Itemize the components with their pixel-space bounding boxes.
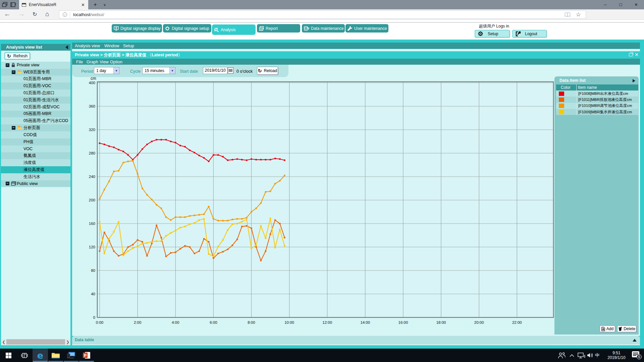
tree-item-01页面用-MBR[interactable]: 01页面用-MBR bbox=[1, 76, 70, 83]
volume-icon[interactable] bbox=[587, 353, 594, 358]
start-date-input[interactable]: 2019/01/10 bbox=[203, 67, 227, 74]
menu-file[interactable]: File bbox=[76, 60, 83, 64]
setup-button[interactable]: Setup bbox=[475, 30, 510, 38]
reload-page-icon[interactable]: ↻ bbox=[33, 11, 37, 17]
item-color-swatch bbox=[559, 104, 564, 108]
data-item-row[interactable]: [F1010]MBR调节池液位高度cm bbox=[556, 103, 638, 109]
back-icon[interactable]: ← bbox=[4, 10, 10, 18]
taskbar-explorer-button[interactable] bbox=[48, 349, 63, 362]
period-dropdown-arrow: ▼ bbox=[113, 67, 119, 74]
menu-window[interactable]: Window bbox=[104, 44, 119, 48]
tree-item-Public view[interactable]: −Public view bbox=[1, 180, 70, 187]
scroll-left-arrow[interactable]: ❮ bbox=[1, 339, 6, 345]
tree-item-PH值[interactable]: PH值 bbox=[1, 138, 70, 145]
windows-preview-icon[interactable] bbox=[2, 2, 7, 7]
calendar-icon[interactable] bbox=[228, 67, 233, 74]
setup-icon bbox=[165, 26, 170, 31]
cycle-select[interactable]: 15 minutes ▼ bbox=[142, 67, 175, 74]
tree-item-05画面用-生产污水COD[interactable]: 05画面用-生产污水COD bbox=[1, 117, 70, 124]
data-item-row[interactable]: [F1008]MBR出水液位高度cm bbox=[556, 90, 638, 97]
taskbar-rdp-button[interactable] bbox=[63, 349, 79, 362]
new-tab-button[interactable]: + bbox=[91, 0, 100, 9]
tab-close-icon[interactable]: ✕ bbox=[80, 2, 86, 7]
tree-item-WEB页面专用[interactable]: −WEB页面专用 bbox=[1, 69, 70, 76]
address-bar[interactable]: i localhost /webui/ ☆ bbox=[59, 10, 586, 19]
sidebar-scrollbar-thumb[interactable] bbox=[6, 339, 65, 345]
close-view-icon[interactable]: ✕ bbox=[635, 52, 639, 57]
menu-option[interactable]: Option bbox=[110, 60, 122, 64]
tree-item-02页面用-成型VOC[interactable]: 02页面用-成型VOC bbox=[1, 104, 70, 111]
window-menubar: Analysis view Window Setup bbox=[72, 43, 640, 49]
site-info-icon[interactable]: i bbox=[63, 12, 67, 17]
tree-expand-box[interactable]: − bbox=[12, 70, 15, 74]
tree-item-分析页面[interactable]: −分析页面 bbox=[1, 124, 70, 131]
tree-item-01页面用-VOC[interactable]: 01页面用-VOC bbox=[1, 82, 70, 89]
add-button[interactable]: Add bbox=[600, 325, 615, 332]
forward-icon[interactable]: → bbox=[18, 10, 25, 18]
tab-list-chevron[interactable]: ∨ bbox=[101, 0, 109, 9]
tree-item-VOC[interactable]: VOC bbox=[1, 145, 70, 153]
menu-analysis-view[interactable]: Analysis view bbox=[75, 44, 100, 48]
tree-expand-box[interactable]: − bbox=[12, 126, 15, 130]
cycle-label: Cycle bbox=[130, 69, 141, 74]
data-item-row[interactable]: [F1009]MBR集水井液位高度cm bbox=[556, 109, 638, 115]
nav-tab-digital-signage-setup[interactable]: Digital signage setup bbox=[163, 24, 211, 33]
svg-text:320: 320 bbox=[89, 128, 95, 132]
scroll-right-arrow[interactable]: ❯ bbox=[65, 339, 70, 345]
tree-item-液位高度值[interactable]: 液位高度值 bbox=[1, 166, 70, 173]
reload-button[interactable]: ↻ Reload bbox=[257, 67, 278, 75]
nav-tab-report[interactable]: Report bbox=[257, 24, 300, 33]
tree-expand-box[interactable]: − bbox=[6, 182, 9, 185]
reading-list-icon[interactable] bbox=[565, 12, 571, 17]
tree-item-浊度值[interactable]: 浊度值 bbox=[1, 159, 70, 166]
nav-tab-digital-signage-display[interactable]: Digital signage display bbox=[112, 24, 162, 33]
window-maximize-button[interactable]: ☐ bbox=[613, 0, 628, 9]
menu-setup[interactable]: Setup bbox=[123, 44, 134, 48]
panel-expand-icon[interactable] bbox=[633, 79, 635, 82]
browser-tab[interactable]: EnerVisualizeR ✕ bbox=[19, 0, 88, 9]
menu-view[interactable]: View bbox=[100, 60, 109, 64]
start-button[interactable] bbox=[1, 349, 16, 362]
folder-icon bbox=[17, 125, 22, 130]
sidebar-collapse-icon[interactable] bbox=[65, 45, 68, 49]
svg-text:120: 120 bbox=[89, 245, 95, 249]
favorite-star-icon[interactable]: ☆ bbox=[576, 13, 581, 16]
data-item-row[interactable]: [F1011]MBR排放池液位高度cm bbox=[556, 97, 638, 103]
ime-indicator[interactable]: 中 bbox=[595, 352, 600, 358]
task-view-button[interactable] bbox=[17, 349, 32, 362]
nav-tab-user-maintenance[interactable]: User maintenance bbox=[345, 24, 388, 33]
hidden-icons-chevron[interactable] bbox=[570, 354, 574, 357]
tree-item-COD值[interactable]: COD值 bbox=[1, 131, 70, 138]
tree-item-生活污水[interactable]: 生活污水 bbox=[1, 173, 70, 180]
taskbar-edge-button[interactable]: e bbox=[33, 349, 48, 362]
set-tabs-aside-icon[interactable] bbox=[10, 2, 16, 7]
data-item-table: [F1008]MBR出水液位高度cm[F1011]MBR排放池液位高度cm[F1… bbox=[556, 90, 638, 115]
taskbar-clock[interactable]: 9:51 2019/1/10 bbox=[603, 351, 630, 360]
period-select[interactable]: 1 day ▼ bbox=[94, 67, 119, 74]
item-name: [F1011]MBR排放池液位高度cm bbox=[578, 97, 632, 102]
tree-item-Private view[interactable]: −Private view bbox=[1, 62, 70, 69]
window-minimize-button[interactable]: ─ bbox=[598, 0, 613, 9]
data-table-bar[interactable]: Data table bbox=[72, 336, 640, 345]
tree-item-01页面用-生活污水[interactable]: 01页面用-生活污水 bbox=[1, 97, 70, 104]
nav-tab-data-maintenance[interactable]: Data maintenance bbox=[302, 24, 345, 33]
home-icon[interactable]: ⌂ bbox=[45, 10, 49, 18]
refresh-button[interactable]: ↻ Refresh bbox=[4, 52, 30, 60]
restore-window-icon[interactable] bbox=[629, 53, 633, 56]
tree-item-label: VOC bbox=[23, 146, 33, 151]
people-icon[interactable] bbox=[557, 352, 566, 359]
tree-item-01页面用-总排口[interactable]: 01页面用-总排口 bbox=[1, 89, 70, 97]
taskbar bbox=[0, 349, 644, 362]
tree-expand-box[interactable]: − bbox=[6, 63, 9, 67]
collapse-up-icon[interactable] bbox=[633, 339, 637, 342]
nav-tab-analysis[interactable]: Analysis bbox=[212, 24, 256, 35]
logout-button[interactable]: Logout bbox=[512, 30, 547, 38]
clock-time: 9:51 bbox=[603, 351, 630, 355]
network-icon[interactable] bbox=[578, 353, 586, 358]
tree-item-05画面用-MBR[interactable]: 05画面用-MBR bbox=[1, 111, 70, 118]
taskbar-powerpoint-button[interactable]: P bbox=[79, 349, 94, 362]
delete-button[interactable]: Delete bbox=[617, 325, 636, 332]
menu-graph[interactable]: Graph bbox=[87, 60, 98, 64]
tree-item-氨氮值[interactable]: 氨氮值 bbox=[1, 152, 70, 159]
window-close-button[interactable]: ✕ bbox=[629, 0, 644, 9]
